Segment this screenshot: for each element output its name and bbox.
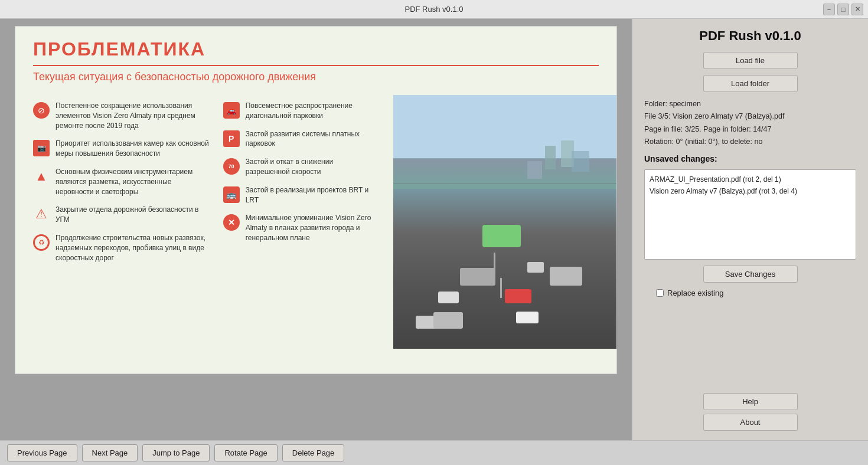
item-text: Основным физическим инструментарием явля… (56, 167, 211, 197)
pdf-icon-columns: ⊘ Постепенное сокращение использования э… (33, 101, 376, 263)
bus-icon: 🚌 (223, 186, 240, 203)
item-text: Минимальное упоминание Vision Zero Almat… (246, 213, 376, 243)
item-text: Продолжение строительства новых развязок… (56, 233, 211, 263)
unsaved-item: Vision zero Almaty v7 (Balzya).pdf (rot … (650, 185, 851, 197)
item-text: Повсеместное распространение диагонально… (246, 101, 376, 121)
item-text: Застой в реализации проектов BRT и LRT (246, 185, 376, 205)
item-text: Закрытие отдела дорожной безопасности в … (56, 205, 211, 225)
right-panel: PDF Rush v0.1.0 Load file Load folder Fo… (632, 19, 868, 440)
next-page-button[interactable]: Next Page (82, 444, 138, 461)
pdf-left-content: ⊘ Постепенное сокращение использования э… (15, 95, 393, 349)
car-icon: 🚗 (223, 102, 240, 119)
panel-app-title: PDF Rush v0.1.0 (644, 28, 856, 44)
pdf-traffic-image (393, 95, 616, 349)
help-button[interactable]: Help (703, 393, 798, 410)
window-controls: − □ ✕ (823, 4, 863, 15)
pdf-divider (33, 65, 599, 66)
triangle-warn-icon: ▲ (33, 168, 50, 185)
about-button[interactable]: About (703, 414, 798, 431)
item-text: Постепенное сокращение использования эле… (56, 101, 211, 130)
pdf-page: ПРОБЛЕМАТИКА Текущая ситуация с безопасн… (15, 26, 617, 374)
bottom-bar: Previous Page Next Page Jump to Page Rot… (0, 440, 868, 465)
load-file-button[interactable]: Load file (703, 52, 798, 69)
item-text: Застой и откат в снижении разрешенной ск… (246, 157, 376, 177)
rotation-info-line: Rotation: 0° (initial: 0°), to delete: n… (644, 136, 856, 148)
rotate-page-button[interactable]: Rotate Page (214, 444, 277, 461)
jump-to-page-button[interactable]: Jump to Page (142, 444, 210, 461)
previous-page-button[interactable]: Previous Page (7, 444, 77, 461)
file-info: Folder: specimen File 3/5: Vision zero A… (644, 98, 856, 148)
list-item: ✕ Минимальное упоминание Vision Zero Alm… (223, 213, 376, 243)
replace-existing-checkbox[interactable] (656, 289, 664, 297)
speed-icon: 70 (223, 158, 240, 175)
list-item: ▲ Основным физическим инструментарием яв… (33, 167, 211, 197)
pdf-viewer: ПРОБЛЕМАТИКА Текущая ситуация с безопасн… (0, 19, 632, 440)
pdf-header: ПРОБЛЕМАТИКА Текущая ситуация с безопасн… (15, 27, 616, 95)
parking-icon: P (223, 130, 240, 147)
pdf-main-title: ПРОБЛЕМАТИКА (33, 38, 599, 60)
pdf-items-right: 🚗 Повсеместное распространение диагональ… (223, 101, 376, 263)
pdf-subtitle: Текущая ситуация с безопасностью дорожно… (33, 71, 599, 83)
delete-page-button[interactable]: Delete Page (282, 444, 345, 461)
unsaved-changes-box: ARMAZ_UI_Presentation.pdf (rot 2, del 1)… (644, 169, 856, 260)
app-title-bar: PDF Rush v0.1.0 (405, 5, 464, 14)
close-button[interactable]: ✕ (851, 4, 863, 15)
main-area: ПРОБЛЕМАТИКА Текущая ситуация с безопасн… (0, 19, 868, 440)
replace-existing-label: Replace existing (667, 289, 723, 297)
list-item: ⚠ Закрытие отдела дорожной безопасности … (33, 205, 211, 225)
list-item: ⊘ Постепенное сокращение использования э… (33, 101, 211, 130)
list-item: ♻ Продолжение строительства новых развяз… (33, 233, 211, 263)
replace-existing-row: Replace existing (656, 289, 856, 297)
file-info-line: File 3/5: Vision zero Almaty v7 (Balzya)… (644, 110, 856, 123)
page-info-line: Page in file: 3/25. Page in folder: 14/4… (644, 123, 856, 136)
pdf-items-left: ⊘ Постепенное сокращение использования э… (33, 101, 211, 263)
slash-circle-icon: ⊘ (33, 102, 50, 119)
list-item: 70 Застой и откат в снижении разрешенной… (223, 157, 376, 177)
list-item: 🚗 Повсеместное распространение диагональ… (223, 101, 376, 121)
folder-info: Folder: specimen (644, 98, 856, 110)
unsaved-item: ARMAZ_UI_Presentation.pdf (rot 2, del 1) (650, 173, 851, 185)
item-text: Застой развития системы платных парковок (246, 129, 376, 149)
warning-icon: ⚠ (33, 206, 50, 222)
traffic-scene-graphic (393, 95, 616, 349)
recycle-icon: ♻ (33, 234, 50, 251)
list-item: 📷 Приоритет использования камер как осно… (33, 139, 211, 159)
list-item: P Застой развития системы платных парков… (223, 129, 376, 149)
item-text: Приоритет использования камер как основн… (56, 139, 211, 159)
maximize-button[interactable]: □ (837, 4, 849, 15)
xmark-icon: ✕ (223, 214, 240, 231)
minimize-button[interactable]: − (823, 4, 835, 15)
camera-icon: 📷 (33, 140, 50, 156)
list-item: 🚌 Застой в реализации проектов BRT и LRT (223, 185, 376, 205)
save-changes-button[interactable]: Save Changes (703, 266, 798, 283)
title-bar: PDF Rush v0.1.0 − □ ✕ (0, 0, 868, 19)
load-folder-button[interactable]: Load folder (703, 75, 798, 92)
pdf-body: ⊘ Постепенное сокращение использования э… (15, 95, 616, 349)
unsaved-label: Unsaved changes: (644, 154, 856, 163)
